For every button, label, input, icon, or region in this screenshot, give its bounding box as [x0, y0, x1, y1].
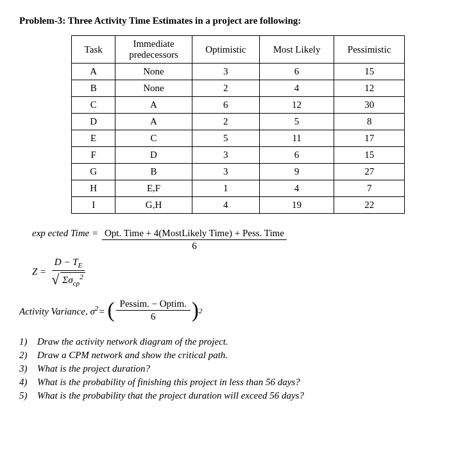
table-row: HE,F147 — [72, 180, 405, 197]
table-cell: 4 — [259, 180, 334, 197]
expected-time-denominator: 6 — [189, 240, 200, 252]
table-cell: D — [72, 114, 115, 130]
table-cell: G,H — [115, 197, 192, 214]
question-item: 5)What is the probability that the proje… — [19, 390, 457, 401]
z-formula: Z = D − TE √ Σσcp2 — [32, 257, 457, 287]
table-cell: 2 — [192, 114, 259, 130]
variance-sigma-sup: 2 — [95, 304, 99, 312]
sqrt-content: Σσcp2 — [60, 272, 85, 287]
z-numerator: D − TE — [52, 257, 85, 271]
table-cell: 3 — [192, 64, 259, 80]
table-cell: E,F — [115, 180, 192, 197]
question-text: Draw a CPM network and show the critical… — [37, 350, 228, 361]
question-number: 4) — [19, 377, 37, 388]
table-cell: None — [115, 64, 192, 80]
col-most-likely: Most Likely — [259, 36, 334, 64]
variance-exp: 2 — [199, 307, 203, 315]
table-cell: 5 — [259, 114, 334, 130]
table-cell: D — [115, 147, 192, 164]
expected-time-formula: exp ected Time = Opt. Time + 4(MostLikel… — [32, 228, 457, 252]
z-denominator: √ Σσcp2 — [49, 271, 88, 287]
variance-denominator: 6 — [147, 311, 160, 322]
table-cell: 12 — [259, 97, 334, 114]
variance-numerator: Pessim. − Optim. — [116, 298, 191, 311]
question-number: 3) — [19, 363, 37, 374]
table-cell: 11 — [259, 130, 334, 147]
variance-label: Activity Variance, σ2= — [19, 304, 105, 317]
sigma-sup: 2 — [80, 273, 83, 281]
table-cell: 12 — [334, 80, 405, 97]
table-cell: 15 — [334, 147, 405, 164]
table-cell: 7 — [334, 180, 405, 197]
table-cell: E — [72, 130, 115, 147]
activity-table: Task Immediatepredecessors Optimistic Mo… — [71, 35, 405, 214]
table-cell: 4 — [192, 197, 259, 214]
table-cell: 15 — [334, 64, 405, 80]
table-cell: 8 — [334, 114, 405, 130]
question-item: 4)What is the probability of finishing t… — [19, 377, 457, 388]
z-label: Z = — [32, 266, 46, 277]
expected-time-numerator: Opt. Time + 4(MostLikely Time) + Pess. T… — [102, 228, 287, 240]
table-row: CA61230 — [72, 97, 405, 114]
table-row: GB3927 — [72, 164, 405, 180]
question-text: What is the project duration? — [37, 363, 150, 374]
table-cell: 6 — [259, 147, 334, 164]
table-cell: A — [72, 64, 115, 80]
question-number: 5) — [19, 390, 37, 401]
formulas-section: exp ected Time = Opt. Time + 4(MostLikel… — [32, 228, 457, 287]
table-cell: A — [115, 97, 192, 114]
table-cell: None — [115, 80, 192, 97]
table-cell: 5 — [192, 130, 259, 147]
table-cell: G — [72, 164, 115, 180]
table-row: DA258 — [72, 114, 405, 130]
question-text: What is the probability that the project… — [37, 390, 304, 401]
table-cell: H — [72, 180, 115, 197]
question-item: 1)Draw the activity network diagram of t… — [19, 336, 457, 347]
question-number: 2) — [19, 350, 37, 361]
table-cell: 30 — [334, 97, 405, 114]
problem-title: Problem-3: Three Activity Time Estimates… — [19, 15, 457, 26]
expected-time-fraction: Opt. Time + 4(MostLikely Time) + Pess. T… — [102, 228, 287, 252]
question-item: 3)What is the project duration? — [19, 363, 457, 374]
table-cell: 22 — [334, 197, 405, 214]
col-task: Task — [72, 36, 115, 64]
col-immediate: Immediatepredecessors — [115, 36, 192, 64]
question-text: Draw the activity network diagram of the… — [37, 336, 228, 347]
table-cell: C — [72, 97, 115, 114]
table-cell: I — [72, 197, 115, 214]
table-row: EC51117 — [72, 130, 405, 147]
table-cell: 2 — [192, 80, 259, 97]
table-cell: 1 — [192, 180, 259, 197]
z-fraction: D − TE √ Σσcp2 — [49, 257, 88, 287]
questions-section: 1)Draw the activity network diagram of t… — [19, 336, 457, 401]
question-text: What is the probability of finishing thi… — [37, 377, 300, 388]
question-number: 1) — [19, 336, 37, 347]
variance-fraction: Pessim. − Optim. 6 — [116, 298, 191, 322]
table-row: IG,H41922 — [72, 197, 405, 214]
col-optimistic: Optimistic — [192, 36, 259, 64]
table-cell: 3 — [192, 164, 259, 180]
expected-time-label: exp ected Time = — [32, 228, 98, 239]
table-cell: B — [115, 164, 192, 180]
question-item: 2)Draw a CPM network and show the critic… — [19, 350, 457, 361]
table-cell: B — [72, 80, 115, 97]
table-cell: 17 — [334, 130, 405, 147]
sigma-sub: cp — [73, 279, 80, 287]
table-row: FD3615 — [72, 147, 405, 164]
z-sub-e: E — [78, 261, 83, 269]
sqrt-wrapper: √ Σσcp2 — [51, 272, 85, 287]
table-cell: 27 — [334, 164, 405, 180]
table-cell: 9 — [259, 164, 334, 180]
table-cell: 6 — [192, 97, 259, 114]
table-cell: C — [115, 130, 192, 147]
table-cell: 3 — [192, 147, 259, 164]
variance-formula: Activity Variance, σ2= ( Pessim. − Optim… — [19, 298, 457, 322]
table-cell: A — [115, 114, 192, 130]
table-cell: 6 — [259, 64, 334, 80]
table-row: BNone2412 — [72, 80, 405, 97]
table-cell: 19 — [259, 197, 334, 214]
table-cell: F — [72, 147, 115, 164]
sqrt-symbol: √ — [51, 273, 59, 287]
table-cell: 4 — [259, 80, 334, 97]
close-paren: ) — [192, 301, 199, 320]
